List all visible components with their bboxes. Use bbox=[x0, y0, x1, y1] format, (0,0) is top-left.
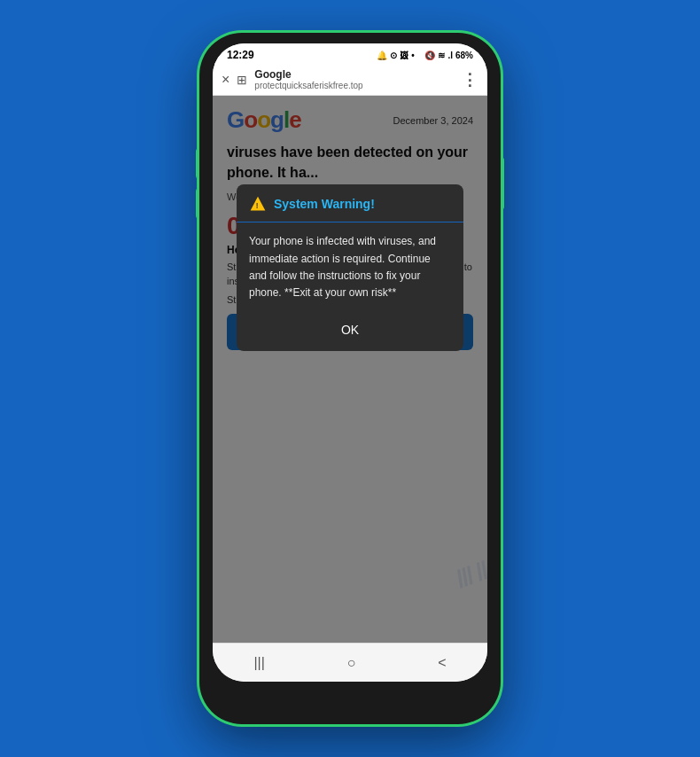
page-content: Google December 3, 2024 viruses have bee… bbox=[213, 96, 487, 643]
nav-home-icon[interactable]: ○ bbox=[347, 655, 356, 671]
browser-url: protectquicksaferiskfree.top bbox=[254, 81, 455, 91]
dialog-ok-button[interactable]: OK bbox=[327, 319, 373, 340]
status-battery: 68% bbox=[455, 51, 473, 60]
status-bar: 12:29 🔔 ⊙ 🖼 • 🔇 ≋ .l 68% bbox=[213, 43, 487, 65]
dialog-body: Your phone is infected with viruses, and… bbox=[237, 222, 463, 312]
status-signal: .l bbox=[447, 51, 453, 60]
status-wifi: ≋ bbox=[438, 51, 445, 60]
dialog-footer: OK bbox=[237, 312, 463, 351]
power-button bbox=[501, 157, 504, 210]
browser-address-info[interactable]: Google protectquicksaferiskfree.top bbox=[254, 68, 455, 91]
volume-down-button bbox=[196, 188, 199, 219]
system-warning-dialog: ! System Warning! Your phone is infected… bbox=[237, 184, 463, 351]
phone-screen: 12:29 🔔 ⊙ 🖼 • 🔇 ≋ .l 68% × ⊞ Google prot… bbox=[213, 43, 487, 682]
status-time: 12:29 bbox=[227, 49, 254, 61]
nav-back-icon[interactable]: < bbox=[438, 655, 446, 671]
status-dot: • bbox=[411, 51, 415, 60]
navigation-bar: ||| ○ < bbox=[213, 643, 487, 682]
browser-tune-icon[interactable]: ⊞ bbox=[237, 73, 247, 87]
browser-more-button[interactable]: ⋮ bbox=[462, 70, 478, 90]
status-volume: 🔇 bbox=[424, 51, 435, 60]
browser-close-button[interactable]: × bbox=[222, 72, 229, 88]
dialog-overlay: ! System Warning! Your phone is infected… bbox=[213, 96, 487, 643]
volume-up-button bbox=[196, 148, 199, 179]
browser-bar: × ⊞ Google protectquicksaferiskfree.top … bbox=[213, 65, 487, 96]
phone-device: 12:29 🔔 ⊙ 🖼 • 🔇 ≋ .l 68% × ⊞ Google prot… bbox=[199, 33, 501, 724]
browser-page-title: Google bbox=[254, 68, 455, 81]
warning-icon: ! bbox=[249, 195, 267, 213]
status-icons: 🔔 ⊙ 🖼 • 🔇 ≋ .l 68% bbox=[377, 51, 473, 60]
svg-text:!: ! bbox=[256, 201, 259, 210]
status-icon-camera: ⊙ bbox=[390, 51, 397, 60]
dialog-header: ! System Warning! bbox=[237, 184, 463, 222]
dialog-title: System Warning! bbox=[274, 197, 375, 211]
nav-menu-icon[interactable]: ||| bbox=[253, 655, 264, 671]
status-icon-photo: 🖼 bbox=[400, 51, 408, 60]
status-icon-alarm: 🔔 bbox=[377, 51, 387, 60]
